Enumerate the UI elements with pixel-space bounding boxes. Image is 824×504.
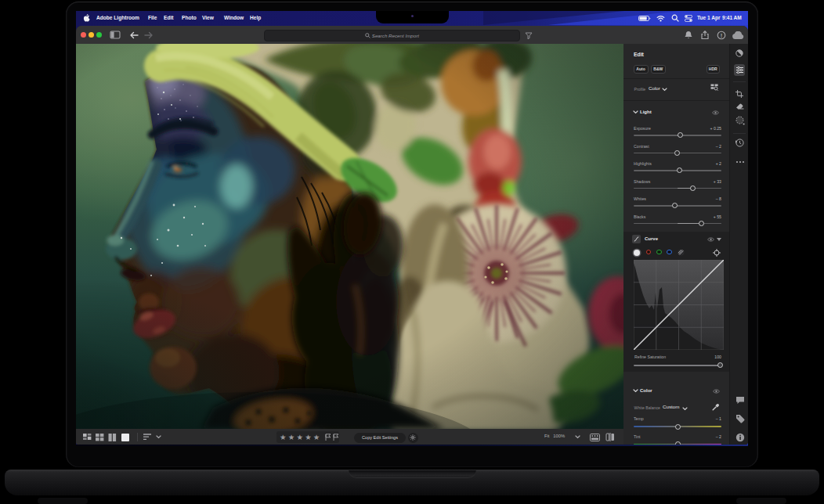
- svg-text:!: !: [721, 31, 723, 38]
